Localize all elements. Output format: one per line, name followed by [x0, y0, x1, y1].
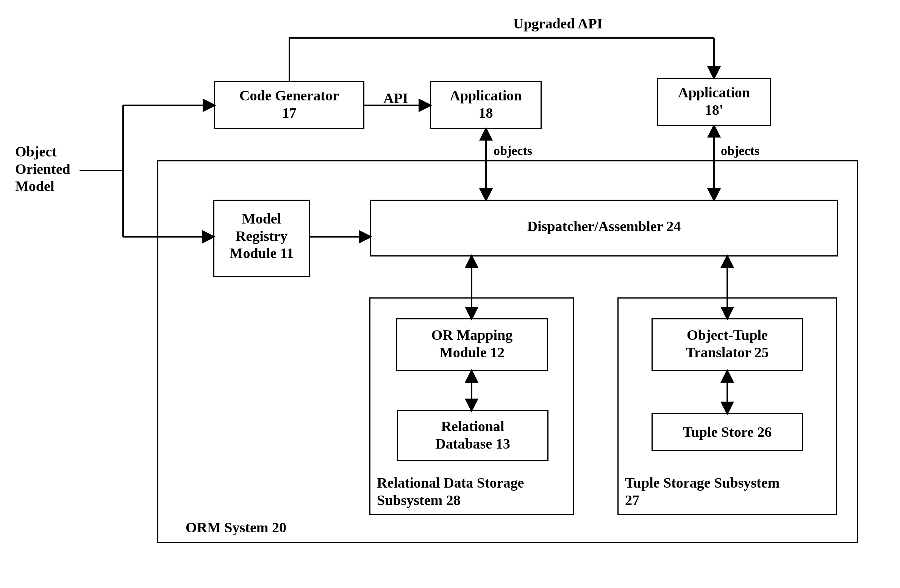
objects1-label: objects [494, 143, 532, 159]
application-prime-label: Application 18' [657, 84, 771, 119]
object-tuple-label: Object-Tuple Translator 25 [652, 327, 803, 361]
or-mapping-label: OR Mapping Module 12 [396, 327, 548, 361]
relational-db-label: Relational Database 13 [397, 418, 548, 452]
tuple-subsystem-label: Tuple Storage Subsystem 27 [625, 474, 780, 509]
api-label: API [383, 90, 408, 107]
application-label: Application 18 [430, 87, 542, 122]
code-generator-label: Code Generator 17 [214, 87, 364, 122]
diagram-stage: ORM System 20 Relational Data Storage Su… [0, 0, 900, 588]
orm-system-label: ORM System 20 [186, 519, 286, 536]
oom-label: Object Oriented Model [15, 143, 70, 195]
dispatcher-label: Dispatcher/Assembler 24 [370, 218, 838, 235]
upgraded-api-label: Upgraded API [513, 15, 602, 33]
model-registry-label: Model Registry Module 11 [213, 210, 310, 262]
objects2-label: objects [721, 143, 759, 159]
tuple-store-label: Tuple Store 26 [652, 424, 803, 441]
rel-subsystem-label: Relational Data Storage Subsystem 28 [377, 474, 524, 509]
